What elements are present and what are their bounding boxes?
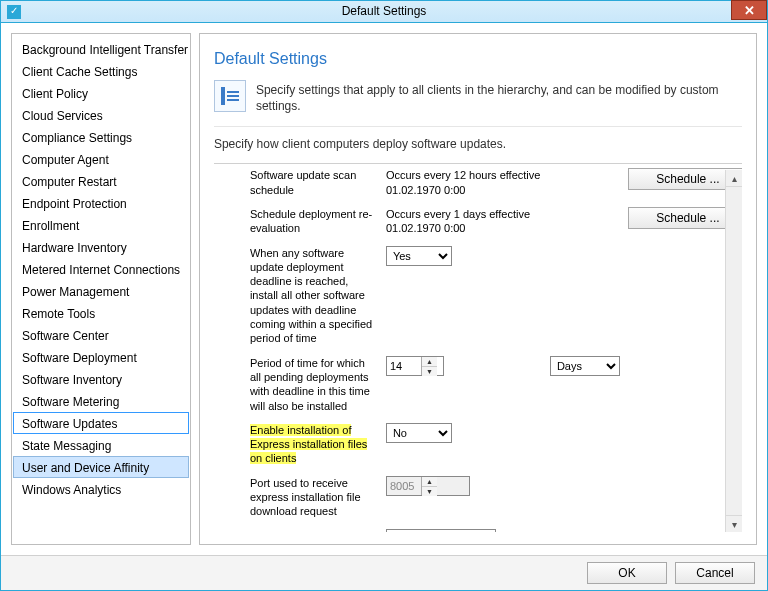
category-sidebar: Background Intelligent Transfer Client C… xyxy=(11,33,191,545)
label-scan-schedule: Software update scan schedule xyxy=(250,168,378,197)
sidebar-item-user-device-affinity[interactable]: User and Device Affinity xyxy=(13,456,189,478)
sidebar-item-software-deployment[interactable]: Software Deployment xyxy=(13,346,189,368)
row-deadline: When any software update deployment dead… xyxy=(250,246,720,346)
vertical-scrollbar[interactable]: ▴ ▾ xyxy=(725,170,742,532)
intro-text: Specify settings that apply to all clien… xyxy=(256,82,742,114)
settings-icon xyxy=(214,80,246,112)
scroll-down-icon[interactable]: ▾ xyxy=(726,515,742,532)
spinner-buttons-icon[interactable]: ▲▼ xyxy=(421,357,437,375)
sidebar-item-client-policy[interactable]: Client Policy xyxy=(13,82,189,104)
sidebar-item-software-metering[interactable]: Software Metering xyxy=(13,390,189,412)
sidebar-item-power[interactable]: Power Management xyxy=(13,280,189,302)
scroll-up-icon[interactable]: ▴ xyxy=(726,170,742,187)
select-o365[interactable]: Not Configured xyxy=(386,529,496,533)
label-port: Port used to receive express installatio… xyxy=(250,476,378,519)
sidebar-item-cloud[interactable]: Cloud Services xyxy=(13,104,189,126)
label-reeval: Schedule deployment re-evaluation xyxy=(250,207,378,236)
sidebar-item-computer-agent[interactable]: Computer Agent xyxy=(13,148,189,170)
label-period: Period of time for which all pending dep… xyxy=(250,356,378,413)
select-deadline[interactable]: Yes xyxy=(386,246,452,266)
dialog-body: Background Intelligent Transfer Client C… xyxy=(1,23,767,555)
label-express: Enable installation of Express installat… xyxy=(250,423,378,466)
sidebar-item-bit[interactable]: Background Intelligent Transfer xyxy=(13,38,189,60)
dialog-window: Default Settings ✕ Background Intelligen… xyxy=(0,0,768,591)
intro-block: Specify settings that apply to all clien… xyxy=(214,80,742,127)
sidebar-item-computer-restart[interactable]: Computer Restart xyxy=(13,170,189,192)
sidebar-item-endpoint[interactable]: Endpoint Protection xyxy=(13,192,189,214)
spinner-period[interactable]: ▲▼ xyxy=(386,356,444,376)
sidebar-item-compliance[interactable]: Compliance Settings xyxy=(13,126,189,148)
sidebar-item-software-inventory[interactable]: Software Inventory xyxy=(13,368,189,390)
app-icon xyxy=(7,5,21,19)
dialog-footer: OK Cancel xyxy=(1,555,767,590)
row-port: Port used to receive express installatio… xyxy=(250,476,720,519)
titlebar[interactable]: Default Settings ✕ xyxy=(1,1,767,23)
page-heading: Default Settings xyxy=(214,50,742,68)
spinner-buttons-icon: ▲▼ xyxy=(421,477,437,495)
spinner-period-input[interactable] xyxy=(387,360,421,372)
select-express[interactable]: No xyxy=(386,423,452,443)
label-deadline: When any software update deployment dead… xyxy=(250,246,378,346)
sidebar-item-software-updates[interactable]: Software Updates xyxy=(13,412,189,434)
spinner-port-input xyxy=(387,480,421,492)
row-o365: Enable management of the Office 365 Clie… xyxy=(250,529,720,533)
ok-button[interactable]: OK xyxy=(587,562,667,584)
sidebar-item-cache[interactable]: Client Cache Settings xyxy=(13,60,189,82)
sidebar-item-enrollment[interactable]: Enrollment xyxy=(13,214,189,236)
row-reeval: Schedule deployment re-evaluation Occurs… xyxy=(250,207,720,236)
sidebar-item-metered[interactable]: Metered Internet Connections xyxy=(13,258,189,280)
sidebar-item-hardware-inventory[interactable]: Hardware Inventory xyxy=(13,236,189,258)
row-period: Period of time for which all pending dep… xyxy=(250,356,720,413)
select-period-unit[interactable]: Days xyxy=(550,356,620,376)
sidebar-item-software-center[interactable]: Software Center xyxy=(13,324,189,346)
row-express: Enable installation of Express installat… xyxy=(250,423,720,466)
window-title: Default Settings xyxy=(342,4,427,18)
cancel-button[interactable]: Cancel xyxy=(675,562,755,584)
sidebar-item-remote-tools[interactable]: Remote Tools xyxy=(13,302,189,324)
label-o365: Enable management of the Office 365 Clie… xyxy=(250,529,378,533)
value-scan-schedule: Occurs every 12 hours effective 01.02.19… xyxy=(386,168,542,197)
row-scan-schedule: Software update scan schedule Occurs eve… xyxy=(250,168,720,197)
section-description: Specify how client computers deploy soft… xyxy=(214,137,742,151)
close-button[interactable]: ✕ xyxy=(731,0,767,20)
value-reeval: Occurs every 1 days effective 01.02.1970… xyxy=(386,207,542,236)
settings-scroll: ▴ ▾ Software update scan schedule Occurs… xyxy=(214,163,742,532)
main-panel: Default Settings Specify settings that a… xyxy=(199,33,757,545)
sidebar-item-state-messaging[interactable]: State Messaging xyxy=(13,434,189,456)
spinner-port: ▲▼ xyxy=(386,476,470,496)
settings-grid: Software update scan schedule Occurs eve… xyxy=(214,168,742,532)
sidebar-item-windows-analytics[interactable]: Windows Analytics xyxy=(13,478,189,500)
